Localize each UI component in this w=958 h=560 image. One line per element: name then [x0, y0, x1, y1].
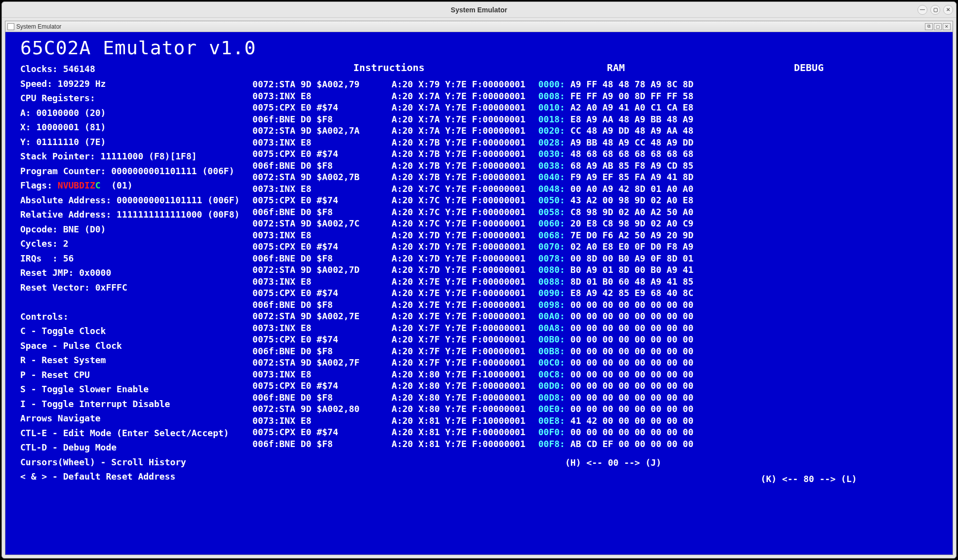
instructions-heading: Instructions: [252, 62, 525, 74]
ram-list: 0000: A9 FF 48 48 78 A9 8C 8D 0008: FE F…: [538, 78, 693, 449]
outer-window: System Emulator — ▢ ✕ System Emulator ⧉ …: [1, 1, 957, 559]
inner-window: System Emulator ⧉ ▢ ✕ 65C02A Emulator v1…: [5, 21, 953, 555]
ram-heading: RAM: [538, 62, 693, 74]
inner-maximize-button[interactable]: ▢: [934, 23, 942, 30]
debug-heading: DEBUG: [760, 62, 857, 74]
outer-titlebar[interactable]: System Emulator — ▢ ✕: [2, 2, 956, 18]
close-button[interactable]: ✕: [943, 5, 953, 15]
maximize-button[interactable]: ▢: [930, 5, 940, 15]
minimize-button[interactable]: —: [918, 5, 927, 15]
inner-titlebar[interactable]: System Emulator ⧉ ▢ ✕: [5, 21, 953, 32]
inner-close-button[interactable]: ✕: [943, 23, 951, 30]
debug-nav-hint: (K) <-- 80 --> (L): [760, 474, 857, 484]
status-panel: Clocks: 546148 Speed: 109229 Hz CPU Regi…: [20, 62, 240, 484]
app-icon: [7, 23, 14, 30]
instruction-list: 0072:STA 9D $A002,79 A:20 X:79 Y:7E F:00…: [252, 78, 525, 449]
ram-nav-hint: (H) <-- 00 --> (J): [538, 457, 693, 468]
app-title: 65C02A Emulator v1.0: [20, 37, 943, 59]
emulator-panel[interactable]: 65C02A Emulator v1.0 Clocks: 546148 Spee…: [5, 32, 953, 555]
inner-window-title: System Emulator: [16, 23, 61, 30]
outer-window-title: System Emulator: [451, 6, 507, 14]
inner-restore-button[interactable]: ⧉: [925, 23, 933, 30]
